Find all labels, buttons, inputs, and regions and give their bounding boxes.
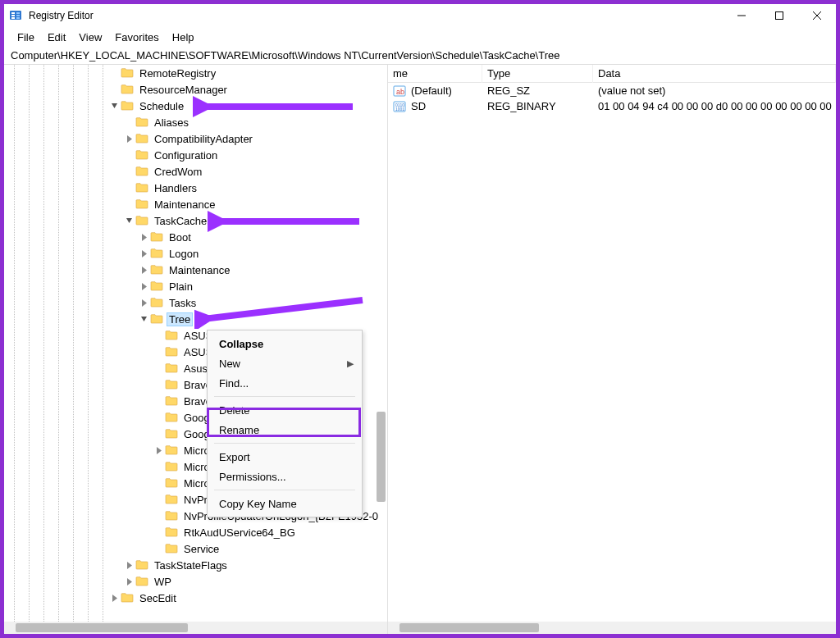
- expander-closed-icon[interactable]: [137, 230, 150, 244]
- values-scrollbar-horizontal[interactable]: [388, 622, 836, 634]
- expander-open-icon[interactable]: [107, 99, 121, 112]
- context-menu-delete[interactable]: Delete: [208, 400, 362, 420]
- tree-node[interactable]: TaskStateFlags: [4, 557, 387, 573]
- tree-node[interactable]: Logon: [4, 245, 387, 262]
- context-menu-separator: [214, 490, 355, 490]
- menu-view[interactable]: View: [72, 27, 108, 47]
- menu-edit[interactable]: Edit: [41, 27, 72, 47]
- tree-scrollbar-horizontal[interactable]: [4, 622, 387, 634]
- column-data[interactable]: Data: [593, 65, 836, 83]
- submenu-arrow-icon: ▶: [347, 358, 354, 369]
- tree-node-label: Handlers: [152, 181, 199, 195]
- context-menu-label: Export: [219, 451, 250, 463]
- minimize-button[interactable]: [723, 4, 760, 27]
- value-row[interactable]: ab(Default)REG_SZ(value not set): [388, 83, 836, 98]
- context-menu-find[interactable]: Find...: [208, 373, 362, 393]
- svg-rect-3: [11, 17, 15, 19]
- expander-closed-icon[interactable]: [152, 444, 165, 457]
- tree-node[interactable]: ResourceManager: [4, 81, 387, 98]
- expander-closed-icon[interactable]: [137, 247, 150, 260]
- folder-icon: [135, 181, 148, 194]
- tree-node[interactable]: Boot: [4, 229, 387, 245]
- menu-file[interactable]: File: [11, 27, 41, 47]
- menu-help-label: Help: [172, 31, 194, 43]
- expander-closed-icon[interactable]: [122, 132, 135, 145]
- menu-help[interactable]: Help: [166, 27, 201, 47]
- menu-edit-label: Edit: [48, 31, 66, 43]
- context-menu-new[interactable]: New▶: [208, 353, 362, 373]
- expander-closed-icon[interactable]: [122, 558, 135, 572]
- tree-node[interactable]: Maintenance: [4, 196, 387, 212]
- svg-text:1001: 1001: [395, 107, 404, 112]
- expander-closed-icon[interactable]: [137, 296, 150, 309]
- folder-icon: [165, 542, 178, 555]
- tree-node-label: Plain: [167, 280, 195, 294]
- expander-closed-icon[interactable]: [137, 263, 150, 276]
- context-menu-label: New: [219, 358, 240, 370]
- expander-closed-icon[interactable]: [107, 591, 121, 604]
- tree-scrollbar-vertical[interactable]: [375, 65, 387, 622]
- folder-icon: [165, 362, 178, 375]
- context-menu-collapse[interactable]: Collapse: [208, 334, 362, 353]
- tree-node[interactable]: SecEdit: [4, 590, 387, 606]
- values-pane[interactable]: me Type Data ab(Default)REG_SZ(value not…: [388, 65, 836, 634]
- tree-node-label: TaskStateFlags: [152, 558, 230, 572]
- context-menu-separator: [214, 396, 355, 397]
- close-button[interactable]: [798, 4, 836, 27]
- expander-open-icon[interactable]: [122, 214, 135, 227]
- tree-node[interactable]: Handlers: [4, 180, 387, 196]
- tree-node[interactable]: Schedule: [4, 98, 387, 114]
- folder-icon: [150, 263, 163, 276]
- maximize-button[interactable]: [760, 4, 798, 27]
- context-menu-export[interactable]: Export: [208, 447, 362, 467]
- tree-node[interactable]: Configuration: [4, 147, 387, 163]
- context-menu-separator: [214, 443, 355, 444]
- folder-icon: [165, 378, 178, 391]
- tree-node[interactable]: Aliases: [4, 114, 387, 130]
- folder-icon: [135, 198, 148, 211]
- value-type: REG_SZ: [482, 84, 593, 97]
- tree-node[interactable]: Tasks: [4, 294, 387, 311]
- folder-icon: [165, 329, 178, 342]
- tree-node[interactable]: RtkAudUService64_BG: [4, 524, 387, 540]
- folder-icon: [165, 493, 178, 506]
- tree-node[interactable]: Service: [4, 540, 387, 557]
- tree-node-label: WP: [152, 575, 174, 589]
- address-bar[interactable]: Computer\HKEY_LOCAL_MACHINE\SOFTWARE\Mic…: [4, 47, 836, 65]
- tree-node-label: Maintenance: [167, 263, 232, 277]
- context-menu-label: Delete: [219, 404, 250, 417]
- expander-closed-icon[interactable]: [122, 575, 135, 588]
- tree-node-label: Configuration: [152, 148, 220, 162]
- menu-favorites[interactable]: Favorites: [108, 27, 165, 47]
- tree-node-label: Schedule: [137, 99, 186, 113]
- tree-node-label: Tree: [167, 312, 193, 326]
- folder-icon: [135, 116, 148, 129]
- context-menu-label: Permissions...: [219, 471, 286, 483]
- folder-icon: [150, 230, 163, 244]
- regedit-app-icon: [9, 9, 22, 22]
- column-name[interactable]: me: [388, 65, 482, 83]
- tree-node[interactable]: Plain: [4, 278, 387, 294]
- context-menu-permissions[interactable]: Permissions...: [208, 467, 362, 486]
- context-menu-label: Rename: [219, 424, 259, 436]
- tree-node[interactable]: Tree: [4, 311, 387, 327]
- folder-icon: [135, 165, 148, 178]
- tree-node[interactable]: Maintenance: [4, 262, 387, 278]
- tree-node-label: Boot: [167, 230, 194, 244]
- tree-node[interactable]: CredWom: [4, 163, 387, 180]
- folder-icon: [135, 132, 148, 145]
- context-menu-copykey[interactable]: Copy Key Name: [208, 494, 362, 513]
- context-menu-rename[interactable]: Rename: [208, 420, 362, 440]
- folder-icon: [121, 66, 134, 80]
- tree-node[interactable]: WP: [4, 573, 387, 590]
- expander-open-icon[interactable]: [137, 312, 150, 326]
- column-type[interactable]: Type: [482, 65, 593, 83]
- tree-node-label: Tasks: [167, 296, 199, 310]
- menu-bar: File Edit View Favorites Help: [4, 27, 836, 47]
- tree-node[interactable]: RemoteRegistry: [4, 65, 387, 81]
- tree-node[interactable]: TaskCache: [4, 212, 387, 229]
- folder-icon: [165, 444, 178, 457]
- tree-node[interactable]: CompatibilityAdapter: [4, 130, 387, 147]
- value-row[interactable]: 01101001SDREG_BINARY01 00 04 94 c4 00 00…: [388, 98, 836, 114]
- expander-closed-icon[interactable]: [137, 280, 150, 293]
